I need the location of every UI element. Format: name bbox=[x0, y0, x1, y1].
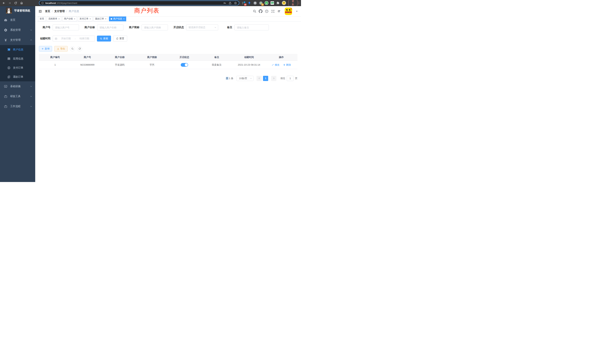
merchant-no-input[interactable] bbox=[53, 24, 79, 30]
extension-tab-manager-icon[interactable]: 1 bbox=[259, 1, 263, 5]
avatar-caret-down-icon[interactable] bbox=[296, 10, 298, 12]
close-icon[interactable]: × bbox=[89, 18, 91, 20]
delete-button[interactable]: 删除 bbox=[283, 63, 291, 66]
edit-button[interactable]: 修改 bbox=[272, 63, 280, 66]
col-merchant-no: 商户号 bbox=[71, 54, 103, 61]
svg-text:y: y bbox=[266, 2, 267, 4]
sidebar-item-label: 商户信息 bbox=[13, 48, 23, 51]
browser-home-button[interactable] bbox=[20, 1, 23, 5]
sidebar-item-infra[interactable]: 基础设施 bbox=[0, 81, 35, 91]
y-logo-icon: y bbox=[265, 1, 269, 5]
tag-user-group[interactable]: 用户分组× bbox=[62, 17, 77, 21]
site-info-icon[interactable] bbox=[41, 2, 44, 4]
sidebar-item-refund-order[interactable]: 退款订单 bbox=[0, 72, 35, 81]
sidebar-toggle-button[interactable] bbox=[38, 10, 42, 13]
password-key-button[interactable] bbox=[223, 1, 226, 5]
browser-update-button[interactable]: 更新 bbox=[288, 0, 298, 7]
close-icon[interactable]: × bbox=[105, 18, 106, 20]
merchant-short-input[interactable] bbox=[142, 24, 168, 30]
table-grid-icon bbox=[7, 57, 11, 60]
extensions-puzzle-button[interactable] bbox=[276, 1, 280, 5]
sidebar-item-label: 研发工具 bbox=[10, 95, 21, 98]
tag-pay-order[interactable]: 支付订单× bbox=[78, 17, 93, 21]
remark-input[interactable] bbox=[235, 24, 269, 30]
pay-submenu: 商户信息 应用信息 支付订单 bbox=[0, 45, 35, 81]
page-content: 商户号 商户全称 商户简称 开启状态 请选择开启状态 备注 bbox=[35, 21, 301, 182]
search-button[interactable]: 搜索 bbox=[97, 36, 111, 42]
close-icon[interactable]: × bbox=[123, 18, 125, 20]
status-toggle[interactable] bbox=[181, 63, 188, 67]
share-button[interactable] bbox=[228, 1, 232, 5]
refresh-table-button[interactable] bbox=[77, 46, 82, 51]
extension-command-icon[interactable]: ⌘ bbox=[253, 1, 257, 5]
remark-label: 备注 bbox=[227, 26, 235, 29]
emoji-avatar-icon bbox=[282, 1, 286, 5]
svg-text:⌘: ⌘ bbox=[254, 2, 256, 4]
tag-refund-order[interactable]: 退款订单× bbox=[93, 17, 108, 21]
extension-chat-icon[interactable] bbox=[270, 1, 274, 5]
pagination: 共 1 条 10条/页 1 前往 页 bbox=[39, 76, 298, 81]
page-1-button[interactable]: 1 bbox=[263, 76, 268, 81]
browser-reload-button[interactable] bbox=[14, 1, 17, 5]
tag-merchant-info[interactable]: 商户信息× bbox=[109, 17, 126, 21]
browser-back-button[interactable] bbox=[2, 1, 6, 5]
forward-arrow-icon bbox=[8, 1, 11, 5]
breadcrumb: 首页 / 支付管理 / 商户信息 bbox=[45, 10, 79, 13]
yen-icon: ¥ bbox=[4, 38, 7, 42]
search-icon bbox=[253, 10, 256, 13]
briefcase-icon bbox=[4, 105, 7, 108]
status-select[interactable]: 请选择开启状态 bbox=[186, 24, 218, 30]
prev-page-button[interactable] bbox=[257, 76, 262, 81]
merchant-name-input[interactable] bbox=[97, 24, 123, 30]
sidebar-item-home[interactable]: 首页 bbox=[0, 15, 35, 25]
sidebar-logo[interactable]: 芋道管理系统 bbox=[0, 6, 35, 15]
sidebar-item-pay[interactable]: ¥ 支付管理 bbox=[0, 35, 35, 45]
sidebar-item-app-info[interactable]: 应用信息 bbox=[0, 54, 35, 63]
github-icon bbox=[259, 9, 262, 13]
next-page-button[interactable] bbox=[271, 76, 276, 81]
sidebar-item-label: 支付订单 bbox=[13, 66, 23, 69]
sidebar-item-dev-tools[interactable]: 研发工具 bbox=[0, 91, 35, 101]
close-icon[interactable]: × bbox=[58, 18, 60, 20]
browser-menu-button[interactable] bbox=[299, 2, 299, 4]
page-size-select[interactable]: 10条/页 bbox=[236, 76, 254, 81]
create-time-range-picker[interactable]: 开始日期 - 结束日期 bbox=[53, 36, 95, 42]
share-icon bbox=[228, 1, 232, 5]
cell-status bbox=[168, 61, 201, 69]
filter-row-1: 商户号 商户全称 商户简称 开启状态 请选择开启状态 备注 bbox=[39, 24, 298, 30]
col-remark: 备注 bbox=[201, 54, 233, 61]
extension-gem-icon[interactable] bbox=[247, 1, 251, 5]
sidebar-item-merchant-info[interactable]: 商户信息 bbox=[0, 45, 35, 54]
browser-profile-avatar[interactable] bbox=[282, 1, 286, 5]
add-button[interactable]: 新增 bbox=[39, 46, 52, 52]
user-avatar[interactable] bbox=[285, 8, 292, 15]
tag-process-form[interactable]: 流程表单× bbox=[47, 17, 61, 21]
col-merchant-id: 商户编号 bbox=[39, 54, 71, 61]
sidebar-menu: 首页 系统管理 ¥ 支付管理 bbox=[0, 15, 35, 111]
bookmark-button[interactable] bbox=[234, 1, 237, 5]
goto-page-input[interactable] bbox=[287, 76, 294, 81]
sidebar-item-pay-order[interactable]: 支付订单 bbox=[0, 63, 35, 72]
url-bar[interactable]: localhost:1024/pay/merchant bbox=[39, 0, 239, 5]
fullscreen-button[interactable] bbox=[271, 10, 275, 13]
sidebar-item-system[interactable]: 系统管理 bbox=[0, 25, 35, 35]
browser-forward-button[interactable] bbox=[8, 1, 11, 5]
text-size-button[interactable]: tT bbox=[277, 10, 281, 13]
extension-y-icon[interactable]: y bbox=[265, 1, 269, 5]
create-time-label: 创建时间 bbox=[39, 37, 53, 40]
tag-home[interactable]: 首页 bbox=[38, 17, 46, 21]
help-button[interactable]: ? bbox=[265, 10, 269, 13]
export-button[interactable]: 导出 bbox=[54, 46, 68, 52]
close-icon[interactable]: × bbox=[74, 18, 75, 20]
github-link-button[interactable] bbox=[259, 10, 262, 13]
breadcrumb-home[interactable]: 首页 bbox=[45, 10, 50, 13]
url-path: :1024/pay/merchant bbox=[56, 2, 77, 4]
extension-grid-icon[interactable]: 10 bbox=[241, 1, 246, 5]
header-search-button[interactable] bbox=[253, 10, 256, 13]
reset-button[interactable]: 重置 bbox=[113, 36, 127, 42]
show-search-toggle-button[interactable] bbox=[70, 46, 75, 51]
sidebar-item-workflow[interactable]: 工作流程 bbox=[0, 101, 35, 111]
browser-extensions: 10 ⌘ 1 y bbox=[241, 1, 286, 5]
sidebar-item-label: 支付管理 bbox=[10, 38, 21, 42]
breadcrumb-pay[interactable]: 支付管理 bbox=[54, 10, 65, 13]
